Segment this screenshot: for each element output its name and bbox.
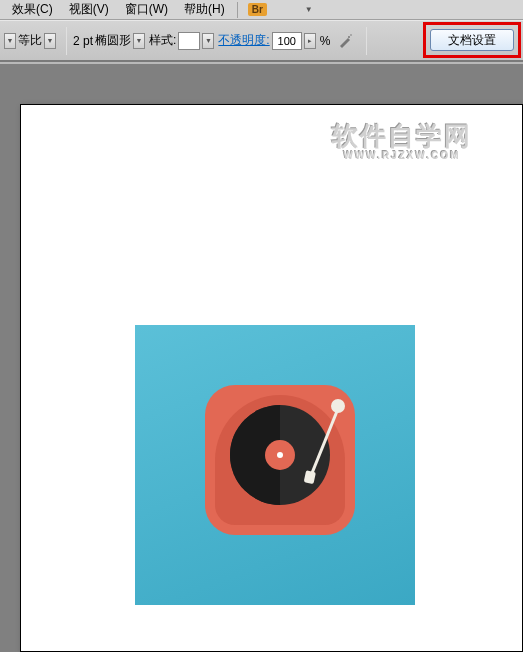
arrange-docs-icon[interactable]: [279, 3, 295, 17]
svg-point-4: [348, 36, 350, 38]
dropdown-icon[interactable]: ▸: [304, 33, 316, 49]
opacity-label[interactable]: 不透明度:: [218, 32, 269, 49]
dropdown-icon[interactable]: ▼: [133, 33, 145, 49]
turntable-body: [205, 385, 355, 535]
dropdown-icon[interactable]: ▼: [202, 33, 214, 49]
style-swatch[interactable]: [178, 32, 200, 50]
vinyl-disc: [230, 405, 330, 505]
highlight-annotation: 文档设置: [423, 22, 521, 58]
vinyl-label: [265, 440, 295, 470]
menu-window[interactable]: 窗口(W): [117, 0, 176, 20]
svg-point-5: [351, 34, 353, 36]
menu-bar: 效果(C) 视图(V) 窗口(W) 帮助(H) Br ▼: [0, 0, 523, 20]
toolbar-separator: [66, 27, 67, 55]
canvas[interactable]: 软件自学网 WWW.RJZXW.COM: [20, 104, 523, 652]
menu-separator: [237, 2, 238, 18]
watermark: 软件自学网 WWW.RJZXW.COM: [332, 123, 472, 161]
ratio-label: 等比: [18, 32, 42, 49]
dropdown-icon[interactable]: ▼: [44, 33, 56, 49]
bridge-icon[interactable]: Br: [248, 3, 267, 16]
shape-label: 椭圆形: [95, 32, 131, 49]
stroke-value: 2 pt: [73, 34, 93, 48]
dropdown-arrow-icon[interactable]: ▼: [297, 3, 321, 16]
document-settings-button[interactable]: 文档设置: [430, 29, 514, 51]
artwork-preview: [135, 325, 415, 605]
opacity-input[interactable]: [272, 32, 302, 50]
toolbar-separator: [366, 27, 367, 55]
menu-view[interactable]: 视图(V): [61, 0, 117, 20]
menu-effects[interactable]: 效果(C): [4, 0, 61, 20]
percent-label: %: [320, 34, 331, 48]
wand-icon[interactable]: [334, 30, 356, 52]
workspace: 软件自学网 WWW.RJZXW.COM: [0, 64, 523, 652]
vinyl-hole: [277, 452, 283, 458]
dropdown-icon[interactable]: ▼: [4, 33, 16, 49]
style-label: 样式:: [149, 32, 176, 49]
menu-help[interactable]: 帮助(H): [176, 0, 233, 20]
